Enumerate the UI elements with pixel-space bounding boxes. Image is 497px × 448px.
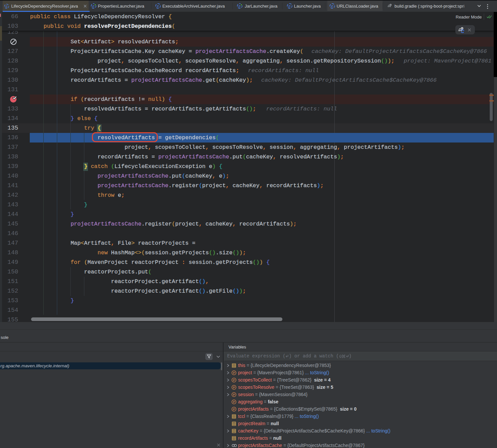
svg-text:C: C — [289, 4, 291, 8]
svg-text:P: P — [233, 386, 235, 389]
svg-text:C: C — [6, 5, 8, 8]
svg-text:P: P — [233, 379, 235, 382]
svg-text:P: P — [233, 408, 235, 411]
svg-text:P: P — [233, 371, 235, 375]
svg-text:C: C — [157, 4, 159, 8]
svg-text:C: C — [331, 4, 334, 8]
svg-text:P: P — [233, 393, 235, 396]
svg-text:P: P — [233, 400, 235, 404]
